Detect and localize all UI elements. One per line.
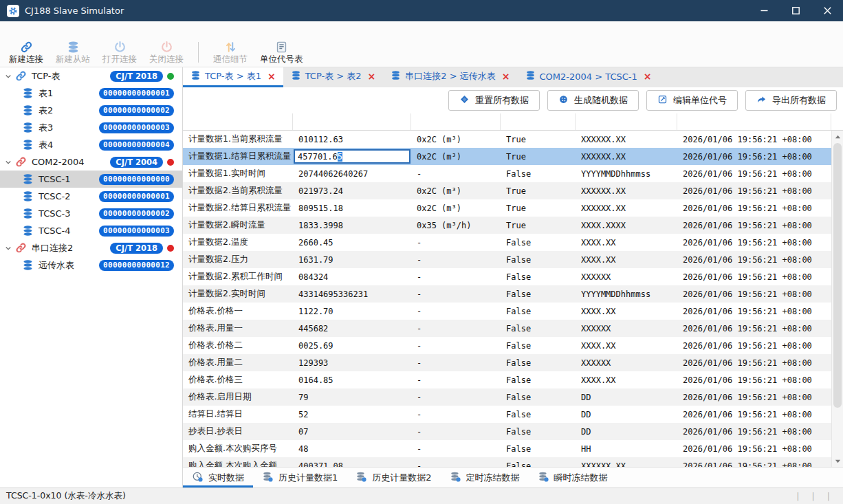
chevron-down-icon[interactable] bbox=[4, 72, 15, 80]
scroll-down-icon[interactable] bbox=[832, 455, 843, 466]
table-row[interactable]: 价格表.用量一 445682 - False XXXXXX 2026/01/06… bbox=[183, 320, 843, 337]
table-row[interactable]: 计量数据2.结算日累积流量 809515.18 0x2C (m³) True X… bbox=[183, 199, 843, 217]
table-row[interactable]: 计量数据1.结算日累积流量 457701.6 5 0x2C (m³) True … bbox=[183, 148, 843, 165]
column-header[interactable] bbox=[183, 113, 293, 130]
scrollbar-thumb[interactable] bbox=[833, 143, 842, 408]
toolbar-button[interactable]: 关闭连接 bbox=[143, 39, 190, 65]
cell-data-value[interactable]: 445682 bbox=[293, 320, 411, 337]
table-row[interactable]: 计量数据2.累积工作时间 084324 - False XXXXXX 2026/… bbox=[183, 268, 843, 285]
cell-updated-time: 2026/01/06 19:56:21 +08:00 bbox=[677, 268, 843, 285]
column-header[interactable] bbox=[411, 113, 501, 130]
tree-connection-row[interactable]: 串口连接2 CJ/T 2018 bbox=[0, 239, 182, 256]
cell-data-value[interactable]: 809515.18 bbox=[293, 199, 411, 217]
scroll-up-icon[interactable] bbox=[832, 131, 843, 142]
cell-data-value[interactable]: 52 bbox=[293, 406, 411, 423]
close-icon[interactable]: × bbox=[502, 72, 510, 81]
table-row[interactable]: 计量数据2.当前累积流量 021973.24 0x2C (m³) True XX… bbox=[183, 182, 843, 199]
maximize-button[interactable] bbox=[780, 0, 811, 21]
tree-connection-row[interactable]: TCP-表 CJ/T 2018 bbox=[0, 67, 182, 85]
cell-unit-code: - bbox=[411, 423, 501, 440]
action-button[interactable]: 生成随机数据 bbox=[547, 90, 639, 111]
cell-data-value[interactable]: 084324 bbox=[293, 268, 411, 285]
cell-data-value[interactable]: 07 bbox=[293, 423, 411, 440]
cell-data-value[interactable]: 0164.85 bbox=[293, 371, 411, 388]
chevron-down-icon[interactable] bbox=[4, 244, 15, 252]
bottom-tab[interactable]: 瞬时冻结数据 bbox=[529, 468, 617, 487]
toolbar-button[interactable]: 打开连接 bbox=[96, 39, 143, 65]
value-edit-input[interactable]: 457701.6 5 bbox=[294, 149, 410, 164]
table-row[interactable]: 价格表.价格一 1122.70 - False XXXX.XX 2026/01/… bbox=[183, 303, 843, 320]
close-icon[interactable]: × bbox=[368, 72, 376, 81]
cell-data-value[interactable]: 1122.70 bbox=[293, 303, 411, 320]
action-button[interactable]: 导出所有数据 bbox=[745, 90, 837, 111]
cell-data-value[interactable]: 2660.45 bbox=[293, 234, 411, 251]
cell-data-value[interactable]: 129393 bbox=[293, 354, 411, 371]
cell-data-value[interactable]: 20744062640267 bbox=[293, 165, 411, 182]
table-row[interactable]: 价格表.启用日期 79 - False DD 2026/01/06 19:56:… bbox=[183, 388, 843, 406]
tree-meter-row[interactable]: 表3 00000000000003 bbox=[0, 119, 182, 136]
cell-data-value[interactable]: 1631.79 bbox=[293, 251, 411, 268]
table-row[interactable]: 计量数据2.实时时间 43314695336231 - False YYYYMM… bbox=[183, 285, 843, 303]
column-header[interactable] bbox=[677, 113, 831, 130]
table-row[interactable]: 购入金额.本次购买序号 48 - False HH 2026/01/06 19:… bbox=[183, 440, 843, 457]
cell-data-format: DD bbox=[576, 388, 677, 406]
column-header[interactable] bbox=[501, 113, 576, 130]
table-row[interactable]: 结算日.结算日 52 - False DD 2026/01/06 19:56:2… bbox=[183, 406, 843, 423]
cell-data-value[interactable]: 010112.63 bbox=[293, 131, 411, 148]
tree-meter-row[interactable]: TCSC-1 00000000000000 bbox=[0, 171, 182, 188]
cell-data-value[interactable]: 400371.08 bbox=[293, 457, 411, 467]
database-icon bbox=[22, 208, 34, 219]
cell-data-format: XXXX.XX bbox=[576, 371, 677, 388]
table-row[interactable]: 计量数据2.瞬时流量 1833.3998 0x35 (m³/h) True XX… bbox=[183, 217, 843, 234]
toolbar-button[interactable]: 新建从站 bbox=[50, 39, 96, 65]
tree-meter-row[interactable]: 表1 00000000000001 bbox=[0, 85, 182, 102]
bottom-tab[interactable]: 实时数据 bbox=[183, 468, 253, 487]
table-row[interactable]: 价格表.价格三 0164.85 - False XXXX.XX 2026/01/… bbox=[183, 371, 843, 388]
cell-data-value[interactable]: 79 bbox=[293, 388, 411, 406]
document-tab[interactable]: TCP-表 > 表2 × bbox=[283, 67, 384, 87]
document-tab[interactable]: 串口连接2 > 远传水表 × bbox=[383, 67, 517, 87]
column-header[interactable] bbox=[576, 113, 677, 130]
table-row[interactable]: 价格表.用量二 129393 - False XXXXXX 2026/01/06… bbox=[183, 354, 843, 371]
tree-meter-row[interactable]: 远传水表 00000000000012 bbox=[0, 256, 182, 274]
toolbar-button[interactable]: 通信细节 bbox=[207, 39, 254, 65]
toolbar-button[interactable]: 新建连接 bbox=[3, 39, 50, 65]
cell-data-value[interactable]: 1833.3998 bbox=[293, 217, 411, 234]
column-header[interactable] bbox=[293, 113, 411, 130]
cell-data-value[interactable]: 021973.24 bbox=[293, 182, 411, 199]
close-button[interactable] bbox=[811, 0, 843, 21]
document-tab[interactable]: COM2-2004 > TCSC-1 × bbox=[518, 67, 659, 87]
document-tab[interactable]: TCP-表 > 表1 × bbox=[183, 67, 283, 87]
table-row[interactable]: 价格表.价格二 0025.69 - False XXXX.XX 2026/01/… bbox=[183, 337, 843, 354]
cell-data-value[interactable]: 457701.6 5 bbox=[293, 148, 411, 165]
close-icon[interactable]: × bbox=[267, 72, 276, 81]
tree-meter-row[interactable]: 表4 00000000000004 bbox=[0, 136, 182, 153]
action-button[interactable]: 编辑单位代号 bbox=[646, 90, 738, 111]
cell-data-value[interactable]: 0025.69 bbox=[293, 337, 411, 354]
action-button[interactable]: 重置所有数据 bbox=[448, 90, 540, 111]
table-row[interactable]: 计量数据1.当前累积流量 010112.63 0x2C (m³) True XX… bbox=[183, 131, 843, 148]
tree-meter-row[interactable]: TCSC-4 00000000000003 bbox=[0, 222, 182, 239]
cell-data-value[interactable]: 43314695336231 bbox=[293, 285, 411, 303]
cell-data-format: DD bbox=[576, 423, 677, 440]
cell-data-value[interactable]: 48 bbox=[293, 440, 411, 457]
bottom-tab[interactable]: 历史计量数据1 bbox=[253, 468, 347, 487]
tree-connection-row[interactable]: COM2-2004 CJ/T 2004 bbox=[0, 153, 182, 171]
cell-include-unit: True bbox=[501, 217, 576, 234]
vertical-scrollbar[interactable] bbox=[831, 131, 843, 467]
status-meter-info: ||| bbox=[790, 491, 843, 501]
table-row[interactable]: 抄表日.抄表日 07 - False DD 2026/01/06 19:56:2… bbox=[183, 423, 843, 440]
table-row[interactable]: 计量数据2.温度 2660.45 - False XXXX.XX 2026/01… bbox=[183, 234, 843, 251]
chevron-down-icon[interactable] bbox=[4, 158, 15, 166]
bottom-tab[interactable]: 定时冻结数据 bbox=[441, 468, 529, 487]
toolbar-button[interactable]: 单位代号表 bbox=[254, 39, 309, 65]
minimize-button[interactable] bbox=[748, 0, 780, 21]
table-row[interactable]: 计量数据2.压力 1631.79 - False XXXX.XX 2026/01… bbox=[183, 251, 843, 268]
tree-meter-row[interactable]: TCSC-2 00000000000001 bbox=[0, 188, 182, 205]
bottom-tab[interactable]: 历史计量数据2 bbox=[347, 468, 440, 487]
table-row[interactable]: 购入金额.本次购入金额 400371.08 - False XXXXXX.XX … bbox=[183, 457, 843, 467]
tree-meter-row[interactable]: TCSC-3 00000000000002 bbox=[0, 205, 182, 222]
tree-meter-row[interactable]: 表2 00000000000002 bbox=[0, 102, 182, 119]
table-row[interactable]: 计量数据1.实时时间 20744062640267 - False YYYYMM… bbox=[183, 165, 843, 182]
close-icon[interactable]: × bbox=[644, 72, 652, 81]
